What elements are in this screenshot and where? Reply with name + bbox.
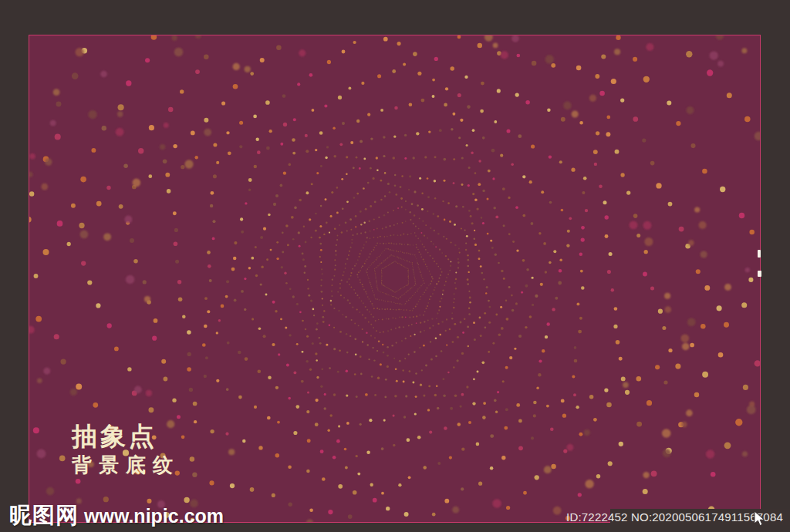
mouse-cursor-icon <box>754 510 766 527</box>
selection-handle[interactable] <box>758 271 761 277</box>
artwork-preview: 抽象点 背景底纹 昵图网 www.nipic.com ID:7222452 NO… <box>0 0 790 532</box>
artwork-title-block: 抽象点 背景底纹 <box>72 423 180 475</box>
artwork-title: 抽象点 <box>72 423 180 449</box>
nipic-site-url: www.nipic.com <box>84 505 224 527</box>
nipic-logo: 昵图网 <box>9 500 79 531</box>
image-id-text: ID:7222452 NO:20200506174911567084 <box>566 510 783 524</box>
design-canvas: 抽象点 背景底纹 <box>29 35 761 523</box>
artwork-subtitle: 背景底纹 <box>72 455 180 475</box>
nipic-watermark: 昵图网 www.nipic.com <box>9 500 224 531</box>
selection-handle[interactable] <box>758 250 761 258</box>
